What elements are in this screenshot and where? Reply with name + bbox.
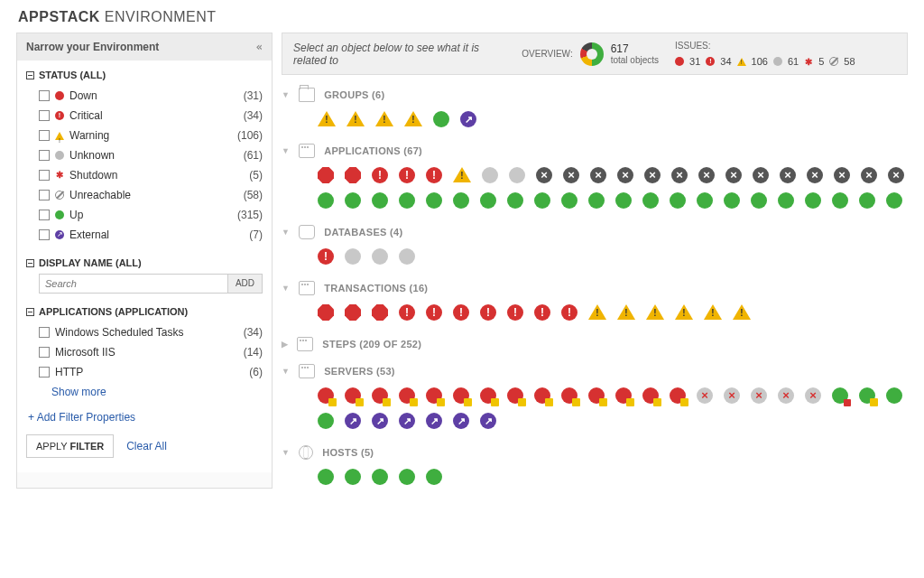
status-up-icon[interactable] xyxy=(534,192,550,209)
add-button[interactable]: ADD xyxy=(228,274,263,294)
status-shutdown-icon[interactable]: × xyxy=(724,387,740,404)
status-warning-icon[interactable] xyxy=(704,304,722,320)
category-header[interactable]: ▼ TRANSACTIONS (16) xyxy=(282,281,908,295)
status-unreachable-icon[interactable]: × xyxy=(698,167,715,183)
status-critical-icon[interactable]: ! xyxy=(399,304,415,321)
status-critical-icon[interactable]: ! xyxy=(372,167,388,183)
filter-row[interactable]: Down (31) xyxy=(26,86,263,106)
status-unreachable-icon[interactable]: × xyxy=(536,167,552,183)
status-critical-icon[interactable]: ! xyxy=(480,304,496,321)
status-down-warn-icon[interactable] xyxy=(453,387,469,404)
chevron-icon[interactable]: ▼ xyxy=(282,448,290,457)
status-up-icon[interactable] xyxy=(778,192,794,209)
checkbox[interactable] xyxy=(39,327,50,338)
status-unknown-icon[interactable] xyxy=(399,248,415,265)
status-critical-icon[interactable]: ! xyxy=(426,167,442,183)
category-header[interactable]: ▼ HOSTS (5) xyxy=(282,445,908,460)
status-unknown-icon[interactable] xyxy=(482,167,498,183)
status-warning-icon[interactable] xyxy=(733,304,751,320)
status-warning-icon[interactable] xyxy=(617,304,635,320)
search-input[interactable] xyxy=(39,274,228,294)
status-unreachable-icon[interactable]: × xyxy=(834,167,850,183)
status-external-icon[interactable]: ↗ xyxy=(372,413,388,429)
filter-row[interactable]: Microsoft IIS (14) xyxy=(26,342,263,362)
chevron-icon[interactable]: ▼ xyxy=(282,146,290,155)
status-unreachable-icon[interactable]: × xyxy=(753,167,769,183)
status-down-warn-icon[interactable] xyxy=(642,387,659,404)
checkbox[interactable] xyxy=(39,150,50,161)
filter-row[interactable]: Up (315) xyxy=(26,205,263,225)
status-external-icon[interactable]: ↗ xyxy=(426,413,442,429)
status-up-icon[interactable] xyxy=(886,192,902,209)
filter-row[interactable]: ↗External (7) xyxy=(26,225,263,245)
status-unreachable-icon[interactable]: × xyxy=(861,167,877,183)
chevron-icon[interactable]: ▶ xyxy=(282,340,288,349)
category-header[interactable]: ▶ STEPS (209 OF 252) xyxy=(282,337,908,351)
checkbox[interactable] xyxy=(39,210,50,220)
status-down-icon[interactable] xyxy=(372,304,388,321)
status-down-warn-icon[interactable] xyxy=(561,387,578,404)
status-external-icon[interactable]: ↗ xyxy=(460,111,476,127)
checkbox[interactable] xyxy=(39,170,50,181)
status-up-icon[interactable] xyxy=(318,469,334,485)
status-up-icon[interactable] xyxy=(642,192,659,209)
filter-row[interactable]: Windows Scheduled Tasks (34) xyxy=(26,322,263,342)
status-critical-icon[interactable]: ! xyxy=(318,248,334,265)
status-up-icon[interactable] xyxy=(697,192,713,209)
status-up-icon[interactable] xyxy=(615,192,632,209)
status-down-warn-icon[interactable] xyxy=(507,387,523,404)
status-down-warn-icon[interactable] xyxy=(399,387,415,404)
status-external-icon[interactable]: ↗ xyxy=(453,413,469,429)
status-up-icon[interactable] xyxy=(751,192,767,209)
status-up-icon[interactable] xyxy=(832,192,848,209)
status-up-icon[interactable] xyxy=(345,469,361,485)
status-up-icon[interactable] xyxy=(561,192,578,209)
status-critical-icon[interactable]: ! xyxy=(426,304,442,321)
chevron-icon[interactable]: ▼ xyxy=(282,228,290,237)
status-warning-icon[interactable] xyxy=(675,304,693,320)
status-up-icon[interactable] xyxy=(507,192,523,209)
status-up-icon[interactable] xyxy=(886,387,902,404)
status-up-icon[interactable] xyxy=(724,192,740,209)
status-up-icon[interactable] xyxy=(345,192,361,209)
status-unreachable-icon[interactable]: × xyxy=(888,167,904,183)
category-header[interactable]: ▼ DATABASES (4) xyxy=(282,225,908,239)
status-up-icon[interactable] xyxy=(399,469,415,485)
status-down-warn-icon[interactable] xyxy=(588,387,605,404)
status-up-icon[interactable] xyxy=(480,192,496,209)
status-unreachable-icon[interactable]: × xyxy=(563,167,579,183)
chevron-icon[interactable]: ▼ xyxy=(282,284,290,293)
status-up-icon[interactable] xyxy=(453,192,469,209)
category-header[interactable]: ▼ GROUPS (6) xyxy=(282,88,908,102)
status-up-icon[interactable] xyxy=(433,111,449,127)
status-warning-icon[interactable] xyxy=(375,111,393,126)
status-warning-icon[interactable] xyxy=(588,304,606,320)
status-shutdown-icon[interactable]: × xyxy=(697,387,713,404)
status-critical-icon[interactable]: ! xyxy=(507,304,523,321)
show-more-link[interactable]: Show more xyxy=(26,386,263,398)
filter-row[interactable]: !Critical (34) xyxy=(26,106,263,126)
checkbox[interactable] xyxy=(39,90,50,101)
checkbox[interactable] xyxy=(39,347,50,358)
add-filter-properties-link[interactable]: + Add Filter Properties xyxy=(26,411,263,424)
status-up-crit-icon[interactable] xyxy=(832,387,848,404)
status-unreachable-icon[interactable]: × xyxy=(671,167,688,183)
filter-row[interactable]: ✱Shutdown (5) xyxy=(26,165,263,185)
collapse-box-icon[interactable] xyxy=(26,259,34,267)
status-up-icon[interactable] xyxy=(670,192,686,209)
collapse-icon[interactable]: « xyxy=(256,41,263,53)
status-warning-icon[interactable] xyxy=(404,111,422,126)
status-down-icon[interactable] xyxy=(345,304,361,321)
status-down-warn-icon[interactable] xyxy=(534,387,550,404)
status-critical-icon[interactable]: ! xyxy=(399,167,415,183)
status-up-icon[interactable] xyxy=(318,413,334,429)
status-warning-icon[interactable] xyxy=(453,167,471,182)
checkbox[interactable] xyxy=(39,229,50,240)
status-external-icon[interactable]: ↗ xyxy=(399,413,415,429)
status-up-icon[interactable] xyxy=(426,192,442,209)
clear-all-link[interactable]: Clear All xyxy=(126,440,167,452)
status-warning-icon[interactable] xyxy=(646,304,664,320)
apply-filter-button[interactable]: APPLY FILTER xyxy=(26,434,114,458)
status-down-icon[interactable] xyxy=(345,167,361,183)
checkbox[interactable] xyxy=(39,190,50,200)
